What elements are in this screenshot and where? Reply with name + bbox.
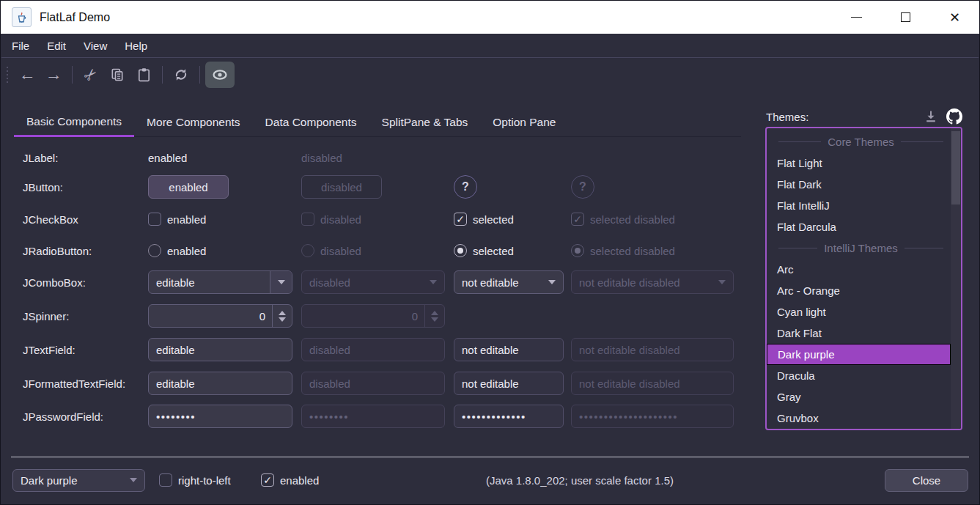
theme-item-arc-orange[interactable]: Arc - Orange: [767, 280, 951, 301]
radio-selected-icon: [571, 244, 584, 257]
download-button[interactable]: [921, 108, 940, 125]
checkbox-checked-icon: ✓: [571, 213, 584, 226]
menu-edit[interactable]: Edit: [38, 34, 75, 57]
theme-item-cyan-light[interactable]: Cyan light: [767, 301, 951, 322]
spinner-enabled[interactable]: 0: [148, 304, 292, 328]
spinner-up-icon: [431, 311, 438, 315]
jformattedtextfield-row-label: JFormattedTextField:: [23, 377, 125, 390]
checkbox-enabled[interactable]: enabled: [148, 206, 206, 232]
themes-list: Core Themes Flat Light Flat Dark Flat In…: [765, 127, 962, 430]
jlabel-enabled: enabled: [148, 152, 187, 164]
checkbox-selected-disabled: ✓selected disabled: [571, 206, 675, 232]
show-hidden-toggle-button[interactable]: [205, 62, 235, 88]
github-button[interactable]: [945, 108, 964, 125]
close-icon: ✕: [949, 11, 960, 24]
menu-file[interactable]: File: [3, 34, 38, 57]
enabled-checkbox[interactable]: ✓ enabled: [261, 468, 319, 492]
tab-option-pane[interactable]: Option Pane: [480, 108, 568, 137]
themes-label: Themes:: [766, 111, 917, 123]
theme-item-flat-intellij[interactable]: Flat IntelliJ: [767, 195, 951, 216]
theme-item-arc[interactable]: Arc: [767, 259, 951, 280]
formatted-textfield-not-editable-disabled: not editable disabled: [571, 372, 734, 395]
password-field-not-editable-disabled: ••••••••••••••••••••: [571, 405, 734, 428]
checkbox-disabled: disabled: [301, 206, 361, 232]
menu-view[interactable]: View: [75, 34, 116, 57]
close-window-button[interactable]: ✕: [930, 1, 979, 34]
theme-item-flat-dark[interactable]: Flat Dark: [767, 174, 951, 195]
maximize-button[interactable]: [881, 1, 930, 34]
refresh-button[interactable]: [168, 62, 194, 87]
tab-basic-components[interactable]: Basic Components: [14, 108, 134, 137]
minimize-button[interactable]: [832, 1, 881, 34]
chevron-down-icon[interactable]: [270, 271, 292, 293]
password-field-editable[interactable]: ••••••••: [148, 405, 292, 428]
chevron-down-icon: [422, 271, 444, 293]
themes-scrollbar-thumb[interactable]: [951, 131, 960, 204]
theme-selector-combobox[interactable]: Dark purple: [12, 468, 145, 492]
combobox-disabled: disabled: [301, 270, 445, 294]
checkbox-selected[interactable]: ✓selected: [454, 206, 514, 232]
app-window: FlatLaf Demo ✕ File Edit View Help ← → ✂: [0, 0, 980, 505]
tab-more-components[interactable]: More Components: [134, 108, 253, 137]
themes-scrollbar[interactable]: [951, 128, 961, 429]
theme-item-gruvbox[interactable]: Gruvbox: [767, 408, 951, 429]
spinner-arrows: [424, 305, 444, 327]
spinner-down-icon: [431, 317, 438, 322]
theme-item-dracula[interactable]: Dracula: [767, 365, 951, 386]
combobox-editable[interactable]: editable: [148, 270, 292, 294]
formatted-textfield-disabled: disabled: [301, 372, 445, 395]
tab-data-components[interactable]: Data Components: [253, 108, 369, 137]
right-to-left-checkbox[interactable]: right-to-left: [159, 468, 231, 492]
status-text: (Java 1.8.0_202; user scale factor 1.5): [486, 468, 674, 492]
password-field-not-editable: •••••••••••••: [454, 405, 564, 428]
help-button[interactable]: ?: [454, 175, 477, 199]
jtextfield-row-label: JTextField:: [23, 344, 75, 356]
jpasswordfield-row: JPasswordField: •••••••• •••••••• ••••••…: [23, 405, 752, 428]
cut-icon: ✂: [80, 64, 101, 85]
tab-bar: Basic Components More Components Data Co…: [14, 108, 741, 137]
toolbar-grip[interactable]: [7, 67, 8, 83]
spinner-disabled: 0: [301, 304, 445, 328]
theme-item-dark-purple-selected[interactable]: Dark purple: [767, 344, 951, 365]
menubar: File Edit View Help: [1, 34, 979, 58]
theme-item-flat-light[interactable]: Flat Light: [767, 152, 951, 174]
eye-icon: [211, 66, 229, 84]
minimize-icon: [851, 17, 862, 18]
chevron-down-icon[interactable]: [541, 271, 563, 293]
download-icon: [924, 109, 938, 124]
jspinner-row-label: JSpinner:: [23, 310, 69, 322]
back-button[interactable]: ←: [14, 62, 40, 87]
help-button-disabled: ?: [571, 175, 594, 199]
radio-disabled: disabled: [301, 237, 361, 264]
formatted-textfield-editable[interactable]: editable: [148, 372, 292, 395]
theme-item-flat-darcula[interactable]: Flat Darcula: [767, 216, 951, 237]
theme-item-dark-flat[interactable]: Dark Flat: [767, 322, 951, 344]
close-button[interactable]: Close: [885, 468, 968, 492]
spinner-arrows[interactable]: [272, 305, 292, 327]
jlabel-disabled: disabled: [301, 152, 342, 164]
tab-splitpane-tabs[interactable]: SplitPane & Tabs: [369, 108, 481, 137]
jradiobutton-row: JRadioButton: enabled disabled selected …: [23, 237, 752, 264]
forward-icon: →: [45, 64, 62, 84]
textfield-editable[interactable]: editable: [148, 338, 292, 361]
toolbar: ← → ✂: [1, 59, 979, 90]
menu-help[interactable]: Help: [116, 34, 156, 57]
radio-selected[interactable]: selected: [454, 237, 514, 264]
radio-icon: [301, 244, 314, 257]
window-controls: ✕: [832, 1, 979, 34]
checkbox-icon: [148, 213, 161, 226]
enabled-button[interactable]: enabled: [148, 175, 229, 199]
jpasswordfield-row-label: JPasswordField:: [23, 410, 103, 423]
cut-button[interactable]: ✂: [78, 62, 104, 87]
jformattedtextfield-row: JFormattedTextField: editable disabled n…: [23, 372, 752, 395]
spinner-down-icon: [279, 317, 286, 322]
paste-button[interactable]: [130, 62, 157, 87]
github-icon: [946, 108, 962, 125]
forward-button[interactable]: →: [40, 62, 67, 87]
textfield-disabled: disabled: [301, 338, 445, 361]
radio-enabled[interactable]: enabled: [148, 237, 206, 264]
theme-item-gray[interactable]: Gray: [767, 386, 951, 408]
combobox-not-editable[interactable]: not editable: [454, 270, 564, 294]
copy-button[interactable]: [104, 62, 130, 87]
jcheckbox-row-label: JCheckBox: [23, 213, 78, 226]
